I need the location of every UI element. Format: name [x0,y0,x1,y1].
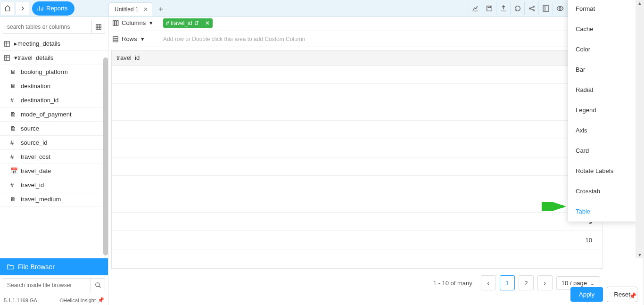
dropdown-popup: Format Cache Color Bar Radial Legend Axi… [568,0,638,222]
sidebar-scrollbar[interactable] [103,58,108,256]
close-icon[interactable]: ✕ [143,6,148,13]
table-row: 6 [112,157,603,176]
grid-header: travel_id [112,50,603,66]
svg-rect-24 [113,36,118,38]
popup-item-axis[interactable]: Axis [568,120,638,140]
popup-scrollbar[interactable]: ▲ ▼ [636,0,644,258]
svg-rect-13 [5,41,10,46]
svg-point-19 [95,283,99,287]
grid-body: 1 2 3 4 5 6 7 8 9 10 [112,66,603,268]
home-button[interactable] [1,2,14,15]
date-col-icon: 📅 [10,167,18,174]
apply-button[interactable]: Apply [570,287,603,302]
col-destination[interactable]: 🗎destination [0,79,108,93]
text-col-icon: 🗎 [10,125,18,132]
table-row: 3 [112,102,603,121]
version-label: 5.1.1.1169 GA [4,297,37,303]
svg-rect-21 [113,20,115,25]
chevron-down-icon[interactable]: ▾ [141,35,144,42]
table-row: 7 [112,176,603,194]
file-browser-button[interactable]: File Browser [0,258,108,275]
text-col-icon: 🗎 [10,82,18,90]
col-travel-id[interactable]: #travel_id [0,178,108,192]
brand-label: © Helical Insight📌 [59,297,104,303]
popup-item-format[interactable]: Format [568,0,638,19]
pager-page-1[interactable]: 1 [500,275,515,290]
table-meeting-details[interactable]: ▸ meeting_details [0,37,108,51]
search-input[interactable] [3,24,91,30]
table-icon [4,41,11,47]
add-tab-button[interactable]: ＋ [155,3,166,15]
pin-icon[interactable]: 📌 [98,297,104,303]
table-row: 10 [112,231,603,249]
breadcrumb-reports[interactable]: Reports [32,1,74,16]
annotation-arrow-icon [542,202,568,211]
popup-item-color[interactable]: Color [568,39,638,59]
text-col-icon: 🗎 [10,68,18,75]
table-icon [4,55,11,61]
col-source-id[interactable]: #source_id [0,136,108,150]
table-row: 1 [112,66,603,84]
table-travel-details[interactable]: ▾ travel_details [0,51,108,65]
svg-rect-25 [113,38,118,40]
svg-line-20 [99,286,100,288]
pin-icon[interactable]: 📌 [629,292,636,299]
svg-rect-22 [115,20,116,25]
svg-rect-26 [113,40,118,41]
svg-rect-16 [5,55,10,60]
popup-item-legend[interactable]: Legend [568,100,638,120]
chevron-down-icon: ⌄ [590,280,595,287]
number-col-icon: # [10,139,18,146]
close-icon[interactable]: ✕ [205,20,210,26]
number-col-icon: # [10,181,18,189]
scroll-down-icon[interactable]: ▼ [636,252,644,258]
caret-down-icon: ▾ [14,54,17,61]
pill-drop-icon[interactable]: ⇵ [194,20,199,26]
chevron-down-icon[interactable]: ▾ [149,19,153,26]
caret-right-icon: ▸ [14,40,17,47]
scroll-up-icon[interactable]: ▲ [636,0,644,7]
popup-item-bar[interactable]: Bar [568,59,638,80]
file-search-input[interactable] [3,282,91,289]
tab-untitled[interactable]: Untitled 1 ✕ [108,2,152,16]
table-row: 2 [112,84,603,102]
svg-rect-8 [96,25,101,30]
text-col-icon: 🗎 [10,111,18,118]
columns-shelf-label: Columns ▾ [112,19,159,26]
pager-page-2[interactable]: 2 [519,275,534,290]
pill-travel-id[interactable]: # travel_id ⇵ ✕ [163,18,213,28]
search-icon[interactable] [91,279,105,292]
text-col-icon: 🗎 [10,196,18,203]
breadcrumb-reports-label: Reports [46,5,68,12]
rows-placeholder[interactable]: Add row or Double click this area to add… [163,36,305,42]
popup-item-radial[interactable]: Radial [568,80,638,100]
col-mode-of-payment[interactable]: 🗎mode_of_payment [0,107,108,122]
svg-rect-23 [117,20,118,25]
popup-item-table[interactable]: Table [568,201,638,222]
breadcrumb-next[interactable] [16,2,29,15]
number-col-icon: # [10,97,18,104]
number-col-icon: # [10,153,18,160]
number-col-icon: # [166,20,169,26]
popup-item-card[interactable]: Card [568,140,638,161]
table-list-icon[interactable] [91,20,105,33]
col-source[interactable]: 🗎source [0,122,108,136]
col-travel-medium[interactable]: 🗎travel_medium [0,192,108,206]
pager-summary: 1 - 10 of many [433,280,472,287]
table-row: 5 [112,139,603,157]
popup-item-crosstab[interactable]: Crosstab [568,181,638,201]
table-row: 8 [112,194,603,213]
table-row: 4 [112,121,603,139]
popup-item-cache[interactable]: Cache [568,19,638,39]
table-row: 9 [112,213,603,231]
popup-item-rotate-labels[interactable]: Rotate Labels [568,161,638,181]
col-destination-id[interactable]: #destination_id [0,93,108,107]
pager-prev[interactable]: ‹ [481,275,496,290]
col-booking-platform[interactable]: 🗎booking_platform [0,65,108,79]
col-travel-date[interactable]: 📅travel_date [0,164,108,178]
rows-shelf-label: Rows ▾ [112,35,159,42]
pager-next[interactable]: › [537,275,553,290]
col-travel-cost[interactable]: #travel_cost [0,150,108,164]
